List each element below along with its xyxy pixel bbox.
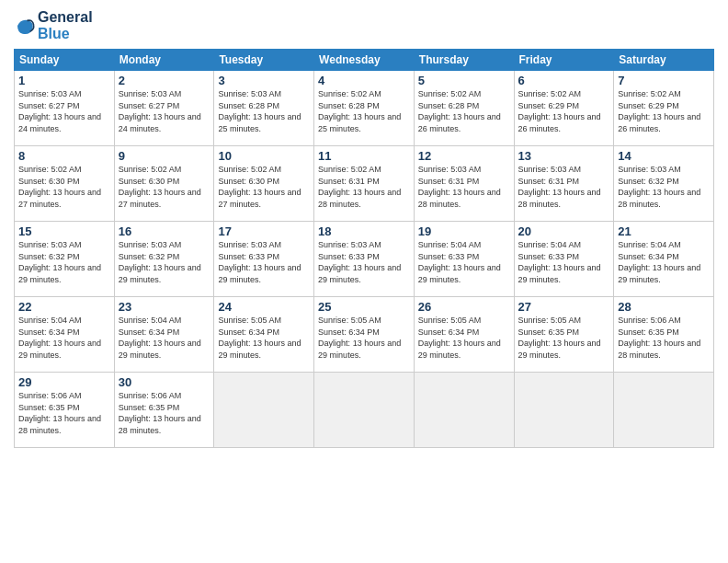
day-info: Sunrise: 5:03 AMSunset: 6:31 PMDaylight:… — [418, 164, 510, 210]
calendar-row: 29Sunrise: 5:06 AMSunset: 6:35 PMDayligh… — [15, 373, 714, 448]
day-number: 1 — [18, 74, 110, 87]
day-number: 25 — [318, 300, 410, 314]
day-number: 21 — [618, 224, 710, 238]
day-number: 12 — [418, 149, 510, 163]
logo-icon — [14, 15, 36, 37]
calendar-cell: 1Sunrise: 5:03 AMSunset: 6:27 PMDaylight… — [15, 71, 115, 146]
day-info: Sunrise: 5:04 AMSunset: 6:34 PMDaylight:… — [618, 239, 710, 285]
day-number: 11 — [318, 149, 410, 163]
day-number: 9 — [119, 149, 210, 163]
col-wednesday: Wednesday — [314, 50, 415, 71]
day-number: 2 — [119, 74, 210, 87]
page: General Blue Sunday Monday Tuesday Wedne… — [0, 0, 728, 563]
day-info: Sunrise: 5:05 AMSunset: 6:34 PMDaylight:… — [318, 315, 410, 361]
calendar-row: 22Sunrise: 5:04 AMSunset: 6:34 PMDayligh… — [15, 297, 714, 373]
logo-blue: Blue — [38, 26, 93, 42]
header-row: Sunday Monday Tuesday Wednesday Thursday… — [15, 50, 714, 71]
calendar-cell: 20Sunrise: 5:04 AMSunset: 6:33 PMDayligh… — [514, 222, 614, 297]
calendar-cell: 22Sunrise: 5:04 AMSunset: 6:34 PMDayligh… — [15, 297, 115, 373]
day-number: 3 — [218, 74, 310, 87]
calendar-cell — [314, 373, 415, 448]
calendar-cell: 17Sunrise: 5:03 AMSunset: 6:33 PMDayligh… — [214, 222, 314, 297]
day-info: Sunrise: 5:03 AMSunset: 6:32 PMDaylight:… — [618, 164, 710, 210]
day-number: 29 — [18, 375, 110, 389]
calendar-cell: 18Sunrise: 5:03 AMSunset: 6:33 PMDayligh… — [314, 222, 415, 297]
calendar-cell — [214, 373, 314, 448]
calendar-cell: 29Sunrise: 5:06 AMSunset: 6:35 PMDayligh… — [15, 373, 115, 448]
logo: General Blue — [14, 9, 93, 41]
col-saturday: Saturday — [614, 50, 714, 71]
calendar-cell: 19Sunrise: 5:04 AMSunset: 6:33 PMDayligh… — [414, 222, 514, 297]
day-info: Sunrise: 5:03 AMSunset: 6:28 PMDaylight:… — [218, 88, 310, 134]
calendar-cell: 26Sunrise: 5:05 AMSunset: 6:34 PMDayligh… — [414, 297, 514, 373]
day-info: Sunrise: 5:03 AMSunset: 6:32 PMDaylight:… — [18, 239, 110, 285]
col-monday: Monday — [114, 50, 214, 71]
day-info: Sunrise: 5:04 AMSunset: 6:33 PMDaylight:… — [518, 239, 610, 285]
day-info: Sunrise: 5:04 AMSunset: 6:34 PMDaylight:… — [18, 315, 110, 361]
calendar-cell: 23Sunrise: 5:04 AMSunset: 6:34 PMDayligh… — [114, 297, 214, 373]
calendar-cell: 4Sunrise: 5:02 AMSunset: 6:28 PMDaylight… — [314, 71, 415, 146]
day-info: Sunrise: 5:03 AMSunset: 6:33 PMDaylight:… — [318, 239, 410, 285]
day-number: 7 — [618, 74, 710, 87]
calendar-cell: 10Sunrise: 5:02 AMSunset: 6:30 PMDayligh… — [214, 146, 314, 222]
day-number: 13 — [518, 149, 610, 163]
calendar-cell: 24Sunrise: 5:05 AMSunset: 6:34 PMDayligh… — [214, 297, 314, 373]
day-info: Sunrise: 5:03 AMSunset: 6:32 PMDaylight:… — [119, 239, 210, 285]
day-number: 6 — [518, 74, 610, 87]
day-info: Sunrise: 5:03 AMSunset: 6:33 PMDaylight:… — [218, 239, 310, 285]
day-number: 19 — [418, 224, 510, 238]
day-number: 16 — [119, 224, 210, 238]
day-number: 26 — [418, 300, 510, 314]
calendar-cell: 16Sunrise: 5:03 AMSunset: 6:32 PMDayligh… — [114, 222, 214, 297]
day-info: Sunrise: 5:02 AMSunset: 6:28 PMDaylight:… — [318, 88, 410, 134]
calendar-table: Sunday Monday Tuesday Wednesday Thursday… — [14, 49, 714, 448]
calendar-cell: 7Sunrise: 5:02 AMSunset: 6:29 PMDaylight… — [614, 71, 714, 146]
calendar-row: 15Sunrise: 5:03 AMSunset: 6:32 PMDayligh… — [15, 222, 714, 297]
day-info: Sunrise: 5:06 AMSunset: 6:35 PMDaylight:… — [18, 390, 110, 436]
calendar-cell: 14Sunrise: 5:03 AMSunset: 6:32 PMDayligh… — [614, 146, 714, 222]
calendar-cell: 6Sunrise: 5:02 AMSunset: 6:29 PMDaylight… — [514, 71, 614, 146]
day-info: Sunrise: 5:03 AMSunset: 6:27 PMDaylight:… — [119, 88, 210, 134]
logo-general: General — [38, 9, 93, 26]
calendar-cell: 30Sunrise: 5:06 AMSunset: 6:35 PMDayligh… — [114, 373, 214, 448]
day-info: Sunrise: 5:02 AMSunset: 6:29 PMDaylight:… — [518, 88, 610, 134]
day-number: 5 — [418, 74, 510, 87]
day-info: Sunrise: 5:03 AMSunset: 6:31 PMDaylight:… — [518, 164, 610, 210]
day-number: 28 — [618, 300, 710, 314]
day-info: Sunrise: 5:02 AMSunset: 6:31 PMDaylight:… — [318, 164, 410, 210]
day-info: Sunrise: 5:04 AMSunset: 6:33 PMDaylight:… — [418, 239, 510, 285]
calendar-cell — [514, 373, 614, 448]
calendar-body: 1Sunrise: 5:03 AMSunset: 6:27 PMDaylight… — [15, 71, 714, 448]
day-info: Sunrise: 5:02 AMSunset: 6:30 PMDaylight:… — [218, 164, 310, 210]
day-number: 10 — [218, 149, 310, 163]
day-info: Sunrise: 5:02 AMSunset: 6:30 PMDaylight:… — [119, 164, 210, 210]
calendar-cell: 12Sunrise: 5:03 AMSunset: 6:31 PMDayligh… — [414, 146, 514, 222]
day-info: Sunrise: 5:03 AMSunset: 6:27 PMDaylight:… — [18, 88, 110, 134]
calendar-cell: 3Sunrise: 5:03 AMSunset: 6:28 PMDaylight… — [214, 71, 314, 146]
calendar-cell: 13Sunrise: 5:03 AMSunset: 6:31 PMDayligh… — [514, 146, 614, 222]
day-number: 22 — [18, 300, 110, 314]
day-info: Sunrise: 5:06 AMSunset: 6:35 PMDaylight:… — [119, 390, 210, 436]
day-number: 24 — [218, 300, 310, 314]
day-info: Sunrise: 5:02 AMSunset: 6:29 PMDaylight:… — [618, 88, 710, 134]
calendar-cell: 5Sunrise: 5:02 AMSunset: 6:28 PMDaylight… — [414, 71, 514, 146]
calendar-cell: 11Sunrise: 5:02 AMSunset: 6:31 PMDayligh… — [314, 146, 415, 222]
day-number: 4 — [318, 74, 410, 87]
day-number: 15 — [18, 224, 110, 238]
calendar-cell: 15Sunrise: 5:03 AMSunset: 6:32 PMDayligh… — [15, 222, 115, 297]
calendar-cell — [614, 373, 714, 448]
day-info: Sunrise: 5:02 AMSunset: 6:28 PMDaylight:… — [418, 88, 510, 134]
day-number: 14 — [618, 149, 710, 163]
col-thursday: Thursday — [414, 50, 514, 71]
calendar-cell: 8Sunrise: 5:02 AMSunset: 6:30 PMDaylight… — [15, 146, 115, 222]
day-info: Sunrise: 5:02 AMSunset: 6:30 PMDaylight:… — [18, 164, 110, 210]
col-friday: Friday — [514, 50, 614, 71]
header: General Blue — [14, 9, 714, 41]
day-number: 30 — [119, 375, 210, 389]
calendar-cell: 27Sunrise: 5:05 AMSunset: 6:35 PMDayligh… — [514, 297, 614, 373]
calendar-cell — [414, 373, 514, 448]
day-number: 27 — [518, 300, 610, 314]
day-info: Sunrise: 5:06 AMSunset: 6:35 PMDaylight:… — [618, 315, 710, 361]
day-info: Sunrise: 5:04 AMSunset: 6:34 PMDaylight:… — [119, 315, 210, 361]
calendar-cell: 25Sunrise: 5:05 AMSunset: 6:34 PMDayligh… — [314, 297, 415, 373]
